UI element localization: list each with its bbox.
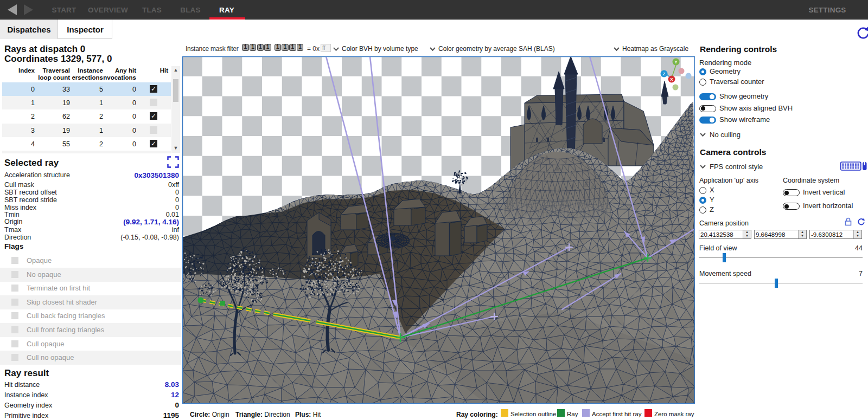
svg-text:Z: Z <box>663 72 666 76</box>
svg-text:Y: Y <box>674 60 678 64</box>
svg-text:X: X <box>670 77 673 82</box>
